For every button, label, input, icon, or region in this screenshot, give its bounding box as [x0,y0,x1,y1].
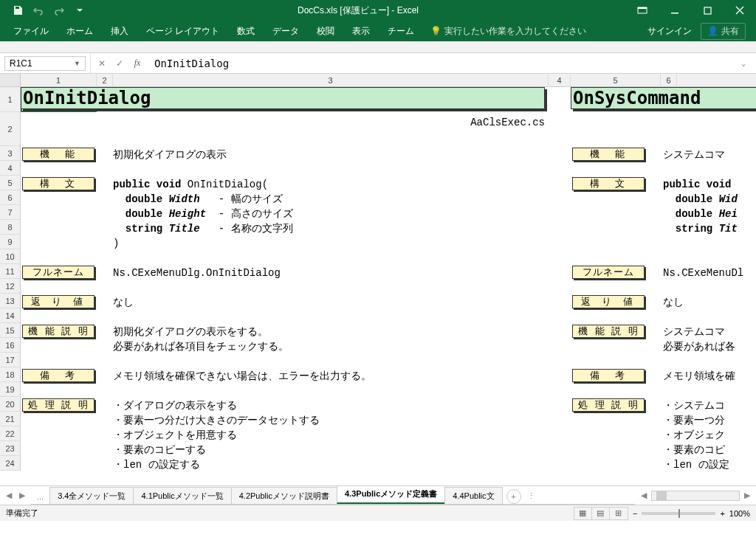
sheet-tab[interactable]: 3.4全メソッド一覧 [49,487,134,505]
tab-insert[interactable]: 挿入 [102,21,137,41]
close-icon[interactable] [724,0,756,21]
tab-file[interactable]: ファイル [4,21,58,41]
sheet-tab[interactable]: 4.1Publicメソッド一覧 [133,487,231,505]
row-header[interactable]: 2 [0,112,21,146]
row-header[interactable]: 23 [0,441,21,456]
row-header[interactable]: 16 [0,338,21,353]
view-buttons: ▦ ▤ ⊞ [574,507,628,520]
row-header[interactable]: 20 [0,397,21,412]
row-header[interactable]: 17 [0,353,21,367]
maximize-icon[interactable] [691,0,724,21]
tab-view[interactable]: 表示 [343,21,379,41]
cell-remarks: メモリ領域を確保できない場合は、エラーを出力する。 [113,369,371,384]
fx-icon[interactable]: fx [131,58,144,69]
row-header[interactable]: 5 [0,176,21,190]
row-header[interactable]: 11 [0,264,21,279]
row-header[interactable]: 7 [0,205,21,220]
row-header[interactable]: 13 [0,294,21,308]
scroll-thumb[interactable] [656,491,667,500]
col-header[interactable]: 2 [97,74,113,87]
label-remarks-r: 備 考 [572,369,645,382]
row-header[interactable]: 10 [0,249,21,264]
col-header[interactable]: 4 [549,74,571,87]
name-box[interactable]: R1C1▼ [4,56,86,71]
signin-link[interactable]: サインイン [647,25,692,38]
share-button[interactable]: 👤 共有 [701,23,746,40]
lightbulb-icon: 💡 [430,26,441,36]
row-header[interactable]: 22 [0,426,21,441]
zoom-slider[interactable] [642,512,715,515]
col-header[interactable]: 1 [21,74,97,87]
col-header[interactable]: 6 [661,74,677,87]
save-icon[interactable] [7,0,28,21]
scroll-track[interactable] [651,491,740,501]
tab-data[interactable]: データ [264,21,308,41]
label-fullname: フルネーム [22,266,94,279]
row-headers[interactable]: 1 2 3 4 5 6 7 8 9 10 11 12 13 14 15 16 1… [0,87,21,471]
tell-me[interactable]: 💡 実行したい作業を入力してください [430,25,586,38]
row-header[interactable]: 18 [0,367,21,382]
label-func-r: 機 能 [572,148,645,161]
cell-procdesc-r: ・システムコ ・要素一つ分 ・オブジェク ・要素のコピ ・len の設定 [663,398,729,472]
enter-icon[interactable]: ✓ [113,58,126,69]
row-header[interactable]: 12 [0,279,21,294]
sheet-tab[interactable]: 4.4Public文 [444,487,502,505]
row-header[interactable]: 21 [0,412,21,426]
row-header[interactable]: 9 [0,235,21,249]
row-header[interactable]: 8 [0,220,21,235]
zoom-in-icon[interactable]: + [720,509,724,518]
label-procdesc-r: 処 理 説 明 [572,398,645,412]
tab-pagelayout[interactable]: ページ レイアウト [137,21,228,41]
ribbon-lower [0,41,756,53]
view-pagebreak-icon[interactable]: ⊞ [610,508,628,519]
cell-func-r: システムコマ [663,148,725,162]
redo-icon[interactable] [49,0,69,21]
row-header[interactable]: 4 [0,161,21,176]
expand-formula-icon[interactable]: ⌄ [742,60,746,67]
tab-formulas[interactable]: 数式 [228,21,264,41]
worksheet-grid[interactable]: 1 2 3 4 5 6 1 2 3 4 5 6 7 8 9 10 11 12 1… [0,74,756,485]
sheet-prev-icon[interactable]: ◀ [3,489,15,502]
new-sheet-icon[interactable]: + [506,489,521,504]
view-normal-icon[interactable]: ▦ [574,508,592,519]
zoom-out-icon[interactable]: − [633,509,637,518]
tab-team[interactable]: チーム [379,21,423,41]
sheet-overflow[interactable]: ... [31,489,49,504]
sheet-tab[interactable]: 4.2Publicメソッド説明書 [231,487,337,505]
col-header[interactable]: 3 [113,74,549,87]
select-all-corner[interactable] [0,74,21,86]
scroll-right-icon[interactable]: ▶ [741,490,753,502]
row-header[interactable]: 15 [0,323,21,338]
qat-dropdown-icon[interactable] [69,0,90,21]
sheet-nav: ◀ ▶ [0,489,31,502]
cell-fullname-r: Ns.CExeMenuDl [663,266,743,280]
sheet-tab-active[interactable]: 4.3Publicメソッド定義書 [337,486,445,504]
view-pagelayout-icon[interactable]: ▤ [592,508,610,519]
col-header[interactable]: 5 [571,74,661,87]
chevron-down-icon[interactable]: ▼ [74,60,80,67]
tab-home[interactable]: ホーム [58,21,102,41]
label-funcdesc: 機 能 説 明 [22,325,94,338]
label-fullname-r: フルネーム [572,266,645,279]
formula-bar: R1C1▼ ✕ ✓ fx OnInitDialog ⌄ [0,53,756,74]
formula-input[interactable]: OnInitDialog ⌄ [148,56,756,71]
sheet-next-icon[interactable]: ▶ [16,489,28,502]
column-headers[interactable]: 1 2 3 4 5 6 [0,74,756,87]
row-header[interactable]: 6 [0,190,21,205]
scroll-left-icon[interactable]: ◀ [638,490,650,502]
tab-review[interactable]: 校閲 [308,21,343,41]
sheet-tabs: ... 3.4全メソッド一覧 4.1Publicメソッド一覧 4.2Public… [31,486,635,505]
undo-icon[interactable] [28,0,49,21]
hscroll: ◀ ▶ [635,490,756,502]
row-header[interactable]: 24 [0,456,21,471]
row-header[interactable]: 14 [0,308,21,323]
ribbon-options-icon[interactable] [626,0,659,21]
cancel-icon[interactable]: ✕ [95,58,109,69]
row-header[interactable]: 19 [0,382,21,397]
row-header[interactable]: 3 [0,146,21,161]
minimize-icon[interactable] [659,0,691,21]
row-header[interactable]: 1 [0,87,21,112]
zoom-level[interactable]: 100% [729,509,750,518]
col-header[interactable] [677,74,756,87]
label-return-r: 返 り 値 [572,295,645,308]
